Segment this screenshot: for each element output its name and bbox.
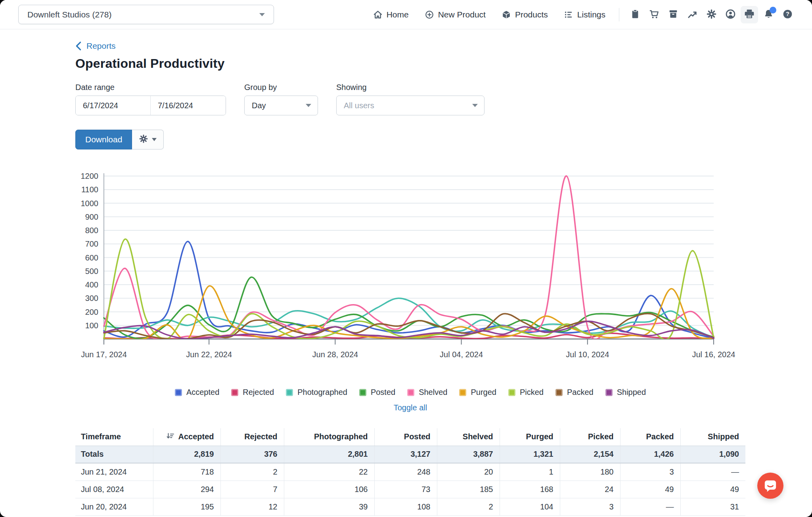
legend-item-posted[interactable]: Posted (359, 388, 395, 397)
column-header-picked[interactable]: Picked (560, 428, 620, 446)
utility-icon-bar: ? (626, 6, 796, 23)
svg-text:Jul 10, 2024: Jul 10, 2024 (566, 350, 609, 359)
printer-button[interactable] (741, 6, 758, 23)
column-header-timeframe[interactable]: Timeframe (75, 428, 153, 446)
column-header-purged[interactable]: Purged (500, 428, 560, 446)
date-end-input[interactable] (151, 96, 226, 115)
legend-item-shipped[interactable]: Shipped (605, 388, 646, 397)
totals-cell: 3,127 (374, 446, 437, 463)
value-cell: 49 (620, 481, 680, 498)
legend-item-photographed[interactable]: Photographed (286, 388, 347, 397)
series-line-posted (104, 277, 714, 339)
svg-text:900: 900 (85, 213, 98, 221)
legend-item-accepted[interactable]: Accepted (175, 388, 219, 397)
column-header-accepted[interactable]: Accepted (153, 428, 220, 446)
account-selector-value: Downleft Studios (278) (27, 10, 111, 19)
legend-item-shelved[interactable]: Shelved (407, 388, 447, 397)
date-start-input[interactable] (76, 96, 151, 115)
bell-button[interactable] (760, 6, 777, 23)
table-row: Jul 08, 2024294710673185168244949 (75, 481, 745, 498)
clipboard-icon (630, 9, 640, 20)
svg-text:1000: 1000 (81, 199, 99, 208)
chevron-down-icon (259, 13, 265, 16)
value-cell: 12 (220, 498, 284, 515)
totals-label: Totals (75, 446, 153, 463)
value-cell: 185 (437, 481, 500, 498)
column-header-photographed[interactable]: Photographed (284, 428, 374, 446)
chat-bubble-icon (762, 478, 778, 494)
chat-launcher-button[interactable] (757, 473, 783, 499)
sort-desc-icon (166, 432, 175, 442)
report-table: TimeframeAcceptedRejectedPhotographedPos… (75, 428, 745, 516)
productivity-chart: 100200300400500600700800900100011001200J… (75, 169, 745, 363)
column-header-posted[interactable]: Posted (374, 428, 437, 446)
chevron-down-icon (152, 138, 157, 141)
svg-text:1200: 1200 (81, 172, 99, 180)
value-cell: 7 (220, 481, 284, 498)
svg-text:700: 700 (85, 239, 98, 248)
value-cell: 294 (153, 481, 220, 498)
value-cell: 2 (437, 498, 500, 515)
legend-label: Rejected (243, 388, 274, 397)
account-selector[interactable]: Downleft Studios (278) (18, 5, 274, 24)
page-title: Operational Productivity (75, 56, 745, 71)
totals-cell: 376 (220, 446, 284, 463)
column-header-shelved[interactable]: Shelved (437, 428, 500, 446)
legend-item-rejected[interactable]: Rejected (231, 388, 274, 397)
svg-text:100: 100 (85, 321, 98, 330)
nav-item-listings[interactable]: Listings (557, 6, 612, 23)
user-button[interactable] (722, 6, 739, 23)
toggle-all-link[interactable]: Toggle all (75, 403, 745, 412)
group-by-select[interactable]: Day (244, 96, 318, 115)
legend-item-purged[interactable]: Purged (459, 388, 496, 397)
value-cell: 168 (500, 481, 560, 498)
table-row: Jun 21, 20247182222482011803— (75, 463, 745, 481)
nav-item-label: Products (515, 10, 548, 19)
nav-item-products[interactable]: Products (495, 6, 554, 23)
value-cell: 22 (284, 463, 374, 481)
group-by-label: Group by (244, 83, 318, 92)
download-options-button[interactable] (132, 130, 164, 149)
value-cell: 180 (560, 463, 620, 481)
svg-text:500: 500 (85, 267, 98, 276)
column-header-packed[interactable]: Packed (620, 428, 680, 446)
group-by-value: Day (252, 101, 266, 110)
printer-icon (744, 8, 755, 21)
help-button[interactable]: ? (779, 6, 796, 23)
list-icon (564, 10, 573, 19)
value-cell: 24 (560, 481, 620, 498)
showing-select[interactable]: All users (336, 96, 485, 115)
totals-cell: 2,154 (560, 446, 620, 463)
nav-item-label: New Product (438, 10, 486, 19)
legend-item-packed[interactable]: Packed (555, 388, 594, 397)
nav-item-new-product[interactable]: New Product (418, 6, 492, 23)
package-button[interactable] (665, 6, 682, 23)
clipboard-button[interactable] (626, 6, 644, 23)
legend-swatch (605, 389, 613, 396)
cart-icon (649, 9, 660, 21)
nav-item-home[interactable]: Home (367, 6, 415, 23)
legend-item-picked[interactable]: Picked (508, 388, 544, 397)
analytics-button[interactable] (684, 6, 701, 23)
breadcrumb-reports[interactable]: Reports (75, 41, 116, 51)
svg-text:800: 800 (85, 226, 98, 235)
totals-cell: 3,887 (437, 446, 500, 463)
legend-swatch (508, 389, 515, 396)
notification-badge (770, 7, 776, 13)
column-header-shipped[interactable]: Shipped (680, 428, 745, 446)
value-cell: 3 (620, 463, 680, 481)
totals-cell: 1,321 (500, 446, 560, 463)
svg-text:200: 200 (85, 308, 98, 316)
value-cell: 1 (500, 463, 560, 481)
showing-placeholder: All users (344, 101, 374, 110)
plus-circle-icon (425, 10, 434, 19)
svg-text:600: 600 (85, 253, 98, 262)
download-button[interactable]: Download (75, 130, 132, 149)
home-icon (373, 10, 383, 19)
svg-text:Jul 16, 2024: Jul 16, 2024 (692, 350, 735, 359)
legend-label: Accepted (186, 388, 219, 397)
cart-button[interactable] (645, 6, 663, 23)
settings-button[interactable] (703, 6, 720, 23)
column-header-rejected[interactable]: Rejected (220, 428, 284, 446)
breadcrumb-label: Reports (86, 41, 116, 51)
